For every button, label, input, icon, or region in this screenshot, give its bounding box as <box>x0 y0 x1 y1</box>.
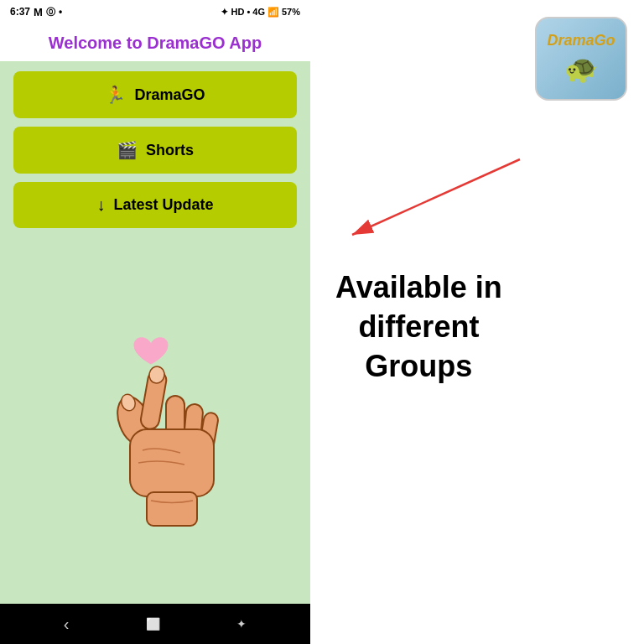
dramago-label: DramaGO <box>134 86 205 104</box>
status-bar: 6:37 M ⓪ • ✦ HD • 4G 📶 57% <box>0 0 310 23</box>
time-display: 6:37 <box>10 6 30 18</box>
signal-label: HD • 4G <box>231 7 265 17</box>
nav-bar: ‹ ⬜ ✦ <box>0 604 310 644</box>
caption-line1: Available in <box>335 268 502 308</box>
download-icon: ↓ <box>96 195 105 215</box>
phone-frame: 6:37 M ⓪ • ✦ HD • 4G 📶 57% Welcome to Dr… <box>0 0 310 644</box>
svg-line-10 <box>352 159 520 235</box>
finger-heart-illustration <box>71 312 239 530</box>
latest-update-button[interactable]: ↓ Latest Update <box>13 182 297 228</box>
app-title: Welcome to DramaGO App <box>49 34 262 52</box>
dot-icon: • <box>59 6 62 18</box>
wifi-icon: 📶 <box>267 7 279 18</box>
caption-line2: different <box>335 308 502 347</box>
battery-label: 57% <box>282 7 300 17</box>
dramago-button[interactable]: 🏃 DramaGO <box>13 71 297 118</box>
phone-screen: Welcome to DramaGO App 🏃 DramaGO 🎬 Short… <box>0 23 310 604</box>
nav-back[interactable]: ‹ <box>64 615 70 634</box>
status-right: ✦ HD • 4G 📶 57% <box>221 7 300 18</box>
caption-line3: Groups <box>335 347 502 387</box>
shorts-icon: 🎬 <box>117 140 138 160</box>
caption-text: Available in different Groups <box>335 268 502 386</box>
app-header: Welcome to DramaGO App <box>0 23 310 61</box>
svg-rect-8 <box>147 492 197 526</box>
email-icon: M <box>34 6 43 18</box>
status-left: 6:37 M ⓪ • <box>10 6 62 18</box>
buttons-area: 🏃 DramaGO 🎬 Shorts ↓ Latest Update <box>0 61 310 238</box>
shorts-label: Shorts <box>146 142 194 159</box>
notification-icon: ⓪ <box>46 6 55 18</box>
shorts-button[interactable]: 🎬 Shorts <box>13 127 297 174</box>
svg-rect-7 <box>130 429 214 496</box>
dramago-icon: 🏃 <box>105 85 126 105</box>
illustration-area <box>0 238 310 604</box>
bluetooth-icon: ✦ <box>221 7 228 18</box>
turtle-icon: 🐢 <box>564 53 598 85</box>
logo-text: DramaGo <box>547 33 615 49</box>
nav-recents[interactable]: ✦ <box>236 617 247 631</box>
right-panel: DramaGo 🐢 Available in different Groups <box>310 0 644 644</box>
latest-update-label: Latest Update <box>113 196 213 214</box>
dramago-logo: DramaGo 🐢 <box>535 17 627 101</box>
nav-home[interactable]: ⬜ <box>146 617 160 631</box>
